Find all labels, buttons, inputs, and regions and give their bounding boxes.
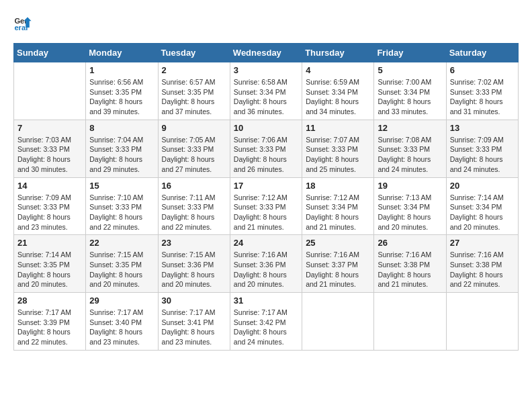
day-number: 31 [234, 295, 298, 306]
day-info: Sunrise: 6:56 AM Sunset: 3:35 PM Dayligh… [89, 77, 154, 117]
day-number: 21 [17, 238, 82, 248]
calendar-header-cell: Wednesday [230, 44, 302, 62]
calendar-day-cell: 19Sunrise: 7:13 AM Sunset: 3:34 PM Dayli… [374, 177, 446, 235]
page-header: Gen eral [13, 13, 519, 32]
day-number: 8 [89, 123, 154, 133]
day-number: 23 [162, 238, 226, 248]
day-info: Sunrise: 6:58 AM Sunset: 3:34 PM Dayligh… [234, 77, 298, 117]
day-info: Sunrise: 6:57 AM Sunset: 3:35 PM Dayligh… [162, 77, 226, 117]
calendar-week-row: 28Sunrise: 7:17 AM Sunset: 3:39 PM Dayli… [14, 293, 519, 351]
day-info: Sunrise: 7:15 AM Sunset: 3:36 PM Dayligh… [162, 250, 226, 289]
calendar-day-cell: 3Sunrise: 6:58 AM Sunset: 3:34 PM Daylig… [230, 62, 302, 120]
day-info: Sunrise: 7:12 AM Sunset: 3:34 PM Dayligh… [306, 193, 370, 232]
day-number: 9 [162, 123, 226, 133]
day-info: Sunrise: 7:14 AM Sunset: 3:34 PM Dayligh… [450, 193, 515, 232]
day-info: Sunrise: 6:59 AM Sunset: 3:34 PM Dayligh… [306, 77, 370, 117]
calendar-day-cell: 7Sunrise: 7:03 AM Sunset: 3:33 PM Daylig… [14, 120, 86, 177]
day-info: Sunrise: 7:00 AM Sunset: 3:34 PM Dayligh… [378, 77, 442, 117]
day-info: Sunrise: 7:15 AM Sunset: 3:35 PM Dayligh… [89, 250, 154, 289]
calendar-header-row: SundayMondayTuesdayWednesdayThursdayFrid… [14, 44, 519, 62]
calendar-day-cell: 14Sunrise: 7:09 AM Sunset: 3:33 PM Dayli… [14, 177, 86, 235]
day-number: 15 [89, 181, 154, 191]
calendar-day-cell: 20Sunrise: 7:14 AM Sunset: 3:34 PM Dayli… [446, 177, 518, 235]
day-info: Sunrise: 7:17 AM Sunset: 3:41 PM Dayligh… [162, 308, 226, 347]
day-number: 28 [17, 295, 82, 306]
calendar-header-cell: Tuesday [158, 44, 230, 62]
day-info: Sunrise: 7:07 AM Sunset: 3:33 PM Dayligh… [306, 135, 370, 175]
calendar-day-cell: 23Sunrise: 7:15 AM Sunset: 3:36 PM Dayli… [158, 235, 230, 293]
day-number: 6 [450, 65, 515, 75]
calendar-day-cell: 16Sunrise: 7:11 AM Sunset: 3:33 PM Dayli… [158, 177, 230, 235]
day-number: 24 [234, 238, 298, 248]
day-number: 4 [306, 65, 370, 75]
calendar-day-cell: 21Sunrise: 7:14 AM Sunset: 3:35 PM Dayli… [14, 235, 86, 293]
calendar-day-cell: 18Sunrise: 7:12 AM Sunset: 3:34 PM Dayli… [302, 177, 374, 235]
day-number: 10 [234, 123, 298, 133]
day-number: 3 [234, 65, 298, 75]
calendar-day-cell: 10Sunrise: 7:06 AM Sunset: 3:33 PM Dayli… [230, 120, 302, 177]
day-number: 5 [378, 65, 442, 75]
calendar-day-cell: 31Sunrise: 7:17 AM Sunset: 3:42 PM Dayli… [230, 293, 302, 351]
calendar-header-cell: Saturday [446, 44, 518, 62]
calendar-day-cell: 25Sunrise: 7:16 AM Sunset: 3:37 PM Dayli… [302, 235, 374, 293]
day-number: 20 [450, 181, 515, 191]
calendar-day-cell: 15Sunrise: 7:10 AM Sunset: 3:33 PM Dayli… [86, 177, 158, 235]
day-info: Sunrise: 7:17 AM Sunset: 3:39 PM Dayligh… [17, 308, 82, 347]
calendar-day-cell: 11Sunrise: 7:07 AM Sunset: 3:33 PM Dayli… [302, 120, 374, 177]
calendar-day-cell: 17Sunrise: 7:12 AM Sunset: 3:33 PM Dayli… [230, 177, 302, 235]
day-info: Sunrise: 7:09 AM Sunset: 3:33 PM Dayligh… [17, 193, 82, 232]
calendar-day-cell: 9Sunrise: 7:05 AM Sunset: 3:33 PM Daylig… [158, 120, 230, 177]
day-info: Sunrise: 7:16 AM Sunset: 3:36 PM Dayligh… [234, 250, 298, 289]
day-info: Sunrise: 7:08 AM Sunset: 3:33 PM Dayligh… [378, 135, 442, 175]
day-info: Sunrise: 7:16 AM Sunset: 3:38 PM Dayligh… [378, 250, 442, 289]
calendar-day-cell: 22Sunrise: 7:15 AM Sunset: 3:35 PM Dayli… [86, 235, 158, 293]
calendar-week-row: 7Sunrise: 7:03 AM Sunset: 3:33 PM Daylig… [14, 120, 519, 177]
day-number: 27 [450, 238, 515, 248]
logo: Gen eral [13, 13, 35, 32]
day-info: Sunrise: 7:09 AM Sunset: 3:33 PM Dayligh… [450, 135, 515, 175]
calendar-week-row: 21Sunrise: 7:14 AM Sunset: 3:35 PM Dayli… [14, 235, 519, 293]
calendar-day-cell: 1Sunrise: 6:56 AM Sunset: 3:35 PM Daylig… [86, 62, 158, 120]
day-number: 19 [378, 181, 442, 191]
day-number: 26 [378, 238, 442, 248]
day-info: Sunrise: 7:13 AM Sunset: 3:34 PM Dayligh… [378, 193, 442, 232]
calendar-week-row: 14Sunrise: 7:09 AM Sunset: 3:33 PM Dayli… [14, 177, 519, 235]
day-info: Sunrise: 7:04 AM Sunset: 3:33 PM Dayligh… [89, 135, 154, 175]
calendar-day-cell: 5Sunrise: 7:00 AM Sunset: 3:34 PM Daylig… [374, 62, 446, 120]
day-number: 16 [162, 181, 226, 191]
calendar-header-cell: Monday [86, 44, 158, 62]
day-info: Sunrise: 7:12 AM Sunset: 3:33 PM Dayligh… [234, 193, 298, 232]
day-number: 29 [89, 295, 154, 306]
day-number: 13 [450, 123, 515, 133]
calendar-body: 1Sunrise: 6:56 AM Sunset: 3:35 PM Daylig… [14, 62, 519, 351]
day-number: 1 [89, 65, 154, 75]
day-info: Sunrise: 7:05 AM Sunset: 3:33 PM Dayligh… [162, 135, 226, 175]
calendar-day-cell: 29Sunrise: 7:17 AM Sunset: 3:40 PM Dayli… [86, 293, 158, 351]
calendar-day-cell: 8Sunrise: 7:04 AM Sunset: 3:33 PM Daylig… [86, 120, 158, 177]
day-info: Sunrise: 7:16 AM Sunset: 3:38 PM Dayligh… [450, 250, 515, 289]
calendar-day-cell [14, 62, 86, 120]
day-number: 22 [89, 238, 154, 248]
calendar-day-cell: 6Sunrise: 7:02 AM Sunset: 3:33 PM Daylig… [446, 62, 518, 120]
logo-icon: Gen eral [13, 13, 32, 32]
day-number: 2 [162, 65, 226, 75]
day-info: Sunrise: 7:16 AM Sunset: 3:37 PM Dayligh… [306, 250, 370, 289]
day-info: Sunrise: 7:17 AM Sunset: 3:42 PM Dayligh… [234, 308, 298, 347]
calendar-table: SundayMondayTuesdayWednesdayThursdayFrid… [13, 43, 519, 351]
day-number: 11 [306, 123, 370, 133]
calendar-day-cell: 2Sunrise: 6:57 AM Sunset: 3:35 PM Daylig… [158, 62, 230, 120]
day-number: 30 [162, 295, 226, 306]
calendar-day-cell [302, 293, 374, 351]
day-number: 12 [378, 123, 442, 133]
calendar-week-row: 1Sunrise: 6:56 AM Sunset: 3:35 PM Daylig… [14, 62, 519, 120]
day-info: Sunrise: 7:17 AM Sunset: 3:40 PM Dayligh… [89, 308, 154, 347]
day-info: Sunrise: 7:11 AM Sunset: 3:33 PM Dayligh… [162, 193, 226, 232]
calendar-day-cell: 13Sunrise: 7:09 AM Sunset: 3:33 PM Dayli… [446, 120, 518, 177]
calendar-day-cell: 30Sunrise: 7:17 AM Sunset: 3:41 PM Dayli… [158, 293, 230, 351]
calendar-header-cell: Sunday [14, 44, 86, 62]
calendar-day-cell: 27Sunrise: 7:16 AM Sunset: 3:38 PM Dayli… [446, 235, 518, 293]
calendar-day-cell: 26Sunrise: 7:16 AM Sunset: 3:38 PM Dayli… [374, 235, 446, 293]
day-number: 25 [306, 238, 370, 248]
day-info: Sunrise: 7:06 AM Sunset: 3:33 PM Dayligh… [234, 135, 298, 175]
day-number: 18 [306, 181, 370, 191]
